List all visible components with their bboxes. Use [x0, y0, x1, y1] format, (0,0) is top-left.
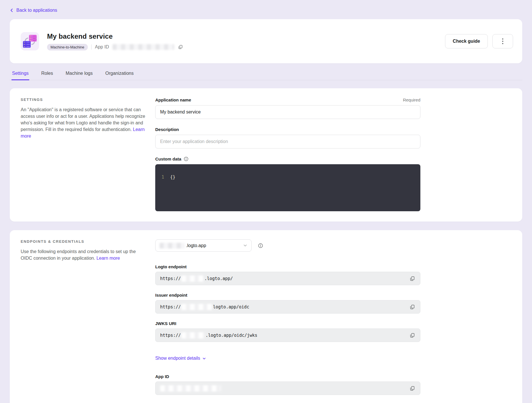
app-id-group: App ID: [155, 374, 420, 395]
meta-divider: [91, 44, 92, 50]
back-row: Back to applications: [10, 0, 522, 13]
copy-icon: [410, 386, 415, 391]
copy-app-id-button[interactable]: [178, 44, 183, 50]
application-name-input[interactable]: [155, 105, 420, 119]
app-type-badge: Machine-to-Machine: [47, 44, 88, 50]
app-title: My backend service: [47, 32, 445, 40]
redacted-segment: [181, 332, 205, 339]
issuer-endpoint-group: Issuer endpoint https:// logto.app/oidc: [155, 293, 420, 314]
server-bottom: [23, 41, 31, 48]
application-name-label: Application name: [155, 97, 191, 102]
endpoints-section-intro: ENDPOINTS & CREDENTIALS Use the followin…: [21, 239, 155, 398]
application-detail-page: Back to applications: [0, 0, 532, 403]
logto-endpoint-group: Logto endpoint https:// .logto.app/: [155, 264, 420, 285]
machine-to-machine-app-icon: [21, 32, 39, 50]
tenant-domain-select[interactable]: .logto.app: [155, 239, 252, 252]
tab-roles[interactable]: Roles: [41, 69, 54, 80]
custom-data-field-group: Custom data 1 {}: [155, 156, 420, 211]
jwks-uri-field: https:// .logto.app/oidc/jwks: [155, 328, 420, 342]
app-header-info: My backend service Machine-to-Machine Ap…: [47, 32, 445, 50]
app-id-redacted-value: [112, 44, 174, 50]
chevron-left-icon: [10, 8, 14, 12]
settings-section-card: SETTINGS An "Application" is a registere…: [10, 88, 522, 222]
more-actions-button[interactable]: [492, 34, 513, 48]
kebab-icon: [502, 38, 503, 44]
copy-logto-endpoint-button[interactable]: [409, 275, 416, 282]
app-detail-tabs: Settings Roles Machine logs Organization…: [10, 69, 522, 80]
endpoints-section-description: Use the following endpoints and credenti…: [21, 248, 147, 261]
jwks-uri-label: JWKS URI: [155, 321, 420, 326]
endpoints-learn-more-link[interactable]: Learn more: [96, 256, 120, 261]
tenant-endpoint-row: .logto.app: [155, 239, 420, 252]
settings-section-intro: SETTINGS An "Application" is a registere…: [21, 97, 155, 211]
redacted-app-id-value: [160, 385, 221, 392]
endpoints-form: .logto.app Logto endpoint https:// .logt…: [155, 239, 420, 398]
logto-endpoint-field: https:// .logto.app/: [155, 272, 420, 285]
info-icon[interactable]: [258, 243, 263, 248]
copy-icon: [410, 304, 415, 310]
settings-section-description: An "Application" is a registered softwar…: [21, 106, 147, 139]
custom-data-label: Custom data: [155, 156, 189, 161]
tenant-prefix-redacted: [160, 243, 185, 249]
settings-form: Application name Required Description Cu…: [155, 97, 420, 211]
copy-icon: [410, 333, 415, 338]
issuer-endpoint-label: Issuer endpoint: [155, 293, 420, 298]
settings-section-heading: SETTINGS: [21, 97, 147, 102]
back-link-label: Back to applications: [16, 8, 57, 13]
description-input[interactable]: [155, 135, 420, 148]
check-guide-button[interactable]: Check guide: [445, 34, 488, 48]
jwks-uri-group: JWKS URI https:// .logto.app/oidc/jwks: [155, 321, 420, 342]
info-icon[interactable]: [184, 156, 189, 161]
header-actions: Check guide: [445, 34, 513, 48]
redacted-segment: [181, 275, 204, 282]
app-id-field-label: App ID: [155, 374, 420, 379]
app-header-card: My backend service Machine-to-Machine Ap…: [10, 19, 522, 63]
app-id-label: App ID: [95, 44, 109, 50]
application-name-field-group: Application name Required: [155, 97, 420, 119]
custom-data-code-editor[interactable]: 1 {}: [155, 164, 420, 211]
copy-jwks-uri-button[interactable]: [409, 332, 416, 339]
copy-app-id-field-button[interactable]: [409, 385, 416, 392]
logto-endpoint-label: Logto endpoint: [155, 264, 420, 269]
redacted-segment: [181, 304, 212, 310]
app-id-field: [155, 382, 420, 395]
copy-issuer-endpoint-button[interactable]: [409, 303, 416, 311]
required-tag: Required: [403, 97, 420, 102]
app-meta-row: Machine-to-Machine App ID: [47, 44, 445, 50]
code-content: {}: [170, 175, 175, 180]
issuer-endpoint-field: https:// logto.app/oidc: [155, 300, 420, 314]
endpoints-section-heading: ENDPOINTS & CREDENTIALS: [21, 239, 147, 244]
description-label: Description: [155, 127, 179, 132]
server-top: [29, 35, 37, 42]
tab-organizations[interactable]: Organizations: [105, 69, 134, 80]
code-line: 1 {}: [162, 175, 416, 180]
show-endpoint-details-link[interactable]: Show endpoint details: [155, 356, 206, 361]
tab-machine-logs[interactable]: Machine logs: [65, 69, 93, 80]
tenant-domain-suffix: .logto.app: [186, 243, 241, 248]
chevron-down-icon: [202, 357, 206, 360]
endpoints-section-card: ENDPOINTS & CREDENTIALS Use the followin…: [10, 230, 522, 403]
description-field-group: Description: [155, 127, 420, 148]
code-line-number: 1: [162, 175, 170, 180]
copy-icon: [178, 45, 183, 49]
tab-settings[interactable]: Settings: [11, 69, 29, 80]
copy-icon: [410, 276, 415, 281]
back-to-applications-link[interactable]: Back to applications: [10, 8, 57, 13]
chevron-down-icon: [243, 243, 247, 248]
